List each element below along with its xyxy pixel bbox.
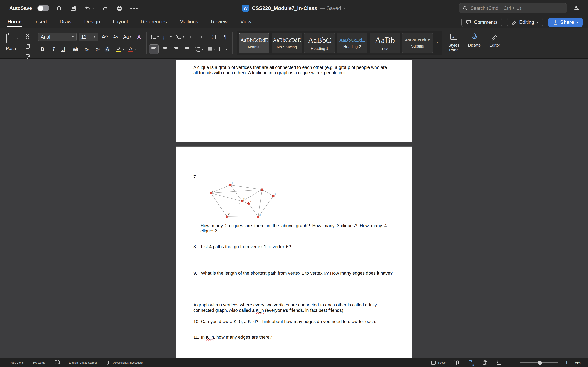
- borders-button[interactable]: [218, 45, 228, 54]
- tab-references[interactable]: References: [140, 17, 167, 27]
- zoom-out-button[interactable]: −: [510, 360, 513, 366]
- decrease-indent-button[interactable]: [187, 33, 196, 42]
- highlight-button[interactable]: [115, 45, 125, 54]
- share-icon: [553, 20, 558, 25]
- align-left-button[interactable]: [149, 45, 158, 54]
- quick-settings-button[interactable]: [572, 4, 581, 12]
- grow-font-button[interactable]: A^: [100, 33, 109, 42]
- bullet-list-chevron-icon: [157, 36, 159, 38]
- spellcheck-status-button[interactable]: [54, 360, 60, 365]
- tab-mailings[interactable]: Mailings: [179, 17, 199, 27]
- dictate-label: Dictate: [468, 43, 481, 48]
- item8-number: 8.: [193, 244, 201, 249]
- bold-icon: B: [41, 46, 45, 52]
- tab-home[interactable]: Home: [7, 17, 22, 27]
- print-button[interactable]: [115, 4, 124, 13]
- tab-design[interactable]: Design: [84, 17, 100, 27]
- style-preview: AaBb: [375, 35, 395, 45]
- bold-button[interactable]: B: [38, 45, 47, 54]
- show-paragraph-marks-button[interactable]: ¶: [221, 33, 229, 42]
- tab-layout[interactable]: Layout: [112, 17, 129, 27]
- editor-button[interactable]: Editor: [484, 28, 505, 58]
- superscript-button[interactable]: x²: [93, 45, 102, 54]
- paste-button[interactable]: Paste: [3, 31, 20, 52]
- redo-button[interactable]: [101, 4, 110, 13]
- style-no-spacing[interactable]: AaBbCcDdE No Spacing: [272, 33, 302, 53]
- save-icon: [70, 5, 77, 11]
- svg-text:4: 4: [228, 213, 229, 216]
- sliders-icon: [574, 5, 580, 11]
- shrink-font-button[interactable]: A˅: [111, 33, 120, 42]
- text-effects-button[interactable]: A: [104, 45, 113, 54]
- line-spacing-button[interactable]: [194, 45, 204, 54]
- align-right-button[interactable]: [172, 45, 181, 54]
- share-button[interactable]: Share: [548, 17, 583, 27]
- svg-text:A: A: [452, 35, 455, 39]
- zoom-percentage[interactable]: 95%: [575, 361, 581, 364]
- search-input[interactable]: Search (Cmd + Ctrl + U): [459, 3, 567, 13]
- language-status-button[interactable]: English (United States): [69, 361, 97, 364]
- editing-mode-button[interactable]: Editing: [507, 17, 543, 27]
- style-subtitle[interactable]: AaBbCcDdEe Subtitle: [402, 33, 433, 53]
- tab-review[interactable]: Review: [210, 17, 228, 27]
- increase-indent-button[interactable]: [199, 33, 208, 42]
- document-title: CSS220_Module7_In-Class: [252, 5, 317, 11]
- shading-button[interactable]: [206, 45, 216, 54]
- line-spacing-icon: [194, 46, 200, 52]
- save-button[interactable]: [69, 4, 78, 13]
- justify-icon: [184, 46, 190, 52]
- underline-button[interactable]: U: [60, 45, 69, 54]
- tab-view[interactable]: View: [240, 17, 252, 27]
- dictate-button[interactable]: Dictate: [464, 28, 484, 58]
- style-heading-2[interactable]: AaBbCcDdE Heading 2: [337, 33, 367, 53]
- zoom-slider[interactable]: [520, 362, 558, 363]
- style-normal[interactable]: AaBbCcDdE Normal: [239, 33, 269, 53]
- italic-button[interactable]: I: [49, 45, 58, 54]
- multilevel-list-button[interactable]: [175, 33, 185, 42]
- style-title[interactable]: AaBb Title: [370, 33, 400, 53]
- numbered-list-button[interactable]: 123: [162, 33, 173, 42]
- print-layout-button[interactable]: [467, 359, 474, 366]
- focus-mode-button[interactable]: Focus: [431, 360, 445, 365]
- autosave-toggle[interactable]: [37, 5, 49, 11]
- cut-button[interactable]: [23, 33, 32, 40]
- spellcheck-flagged-term: K_n: [206, 334, 214, 340]
- page-1[interactable]: A clique is a group of vertices that are…: [176, 60, 412, 142]
- sort-button[interactable]: AZ: [209, 33, 218, 42]
- font-color-button[interactable]: A: [127, 45, 137, 54]
- document-title-menu[interactable]: W CSS220_Module7_In-Class — Saved: [242, 0, 346, 16]
- home-button[interactable]: [54, 4, 63, 13]
- undo-button[interactable]: [83, 4, 95, 13]
- item11-number: 11.: [193, 334, 201, 340]
- page-2[interactable]: 7. 15362748 How many 2-cliques are there…: [176, 146, 412, 358]
- web-layout-button[interactable]: [481, 359, 489, 366]
- toggle-knob: [38, 6, 43, 11]
- align-center-button[interactable]: [160, 45, 169, 54]
- bullet-list-button[interactable]: [149, 33, 160, 42]
- outline-view-button[interactable]: [495, 359, 503, 366]
- more-commands-button[interactable]: [129, 6, 139, 10]
- strikethrough-button[interactable]: ab: [71, 45, 80, 54]
- word-count-status[interactable]: 507 words: [33, 361, 45, 364]
- increase-indent-icon: [200, 34, 206, 40]
- tab-insert[interactable]: Insert: [34, 17, 47, 27]
- read-mode-button[interactable]: [453, 359, 460, 366]
- subscript-button[interactable]: x₂: [82, 45, 91, 54]
- justify-button[interactable]: [182, 45, 191, 54]
- svg-text:6: 6: [275, 193, 276, 195]
- font-name-select[interactable]: Arial: [38, 33, 77, 41]
- zoom-in-button[interactable]: +: [565, 360, 568, 366]
- item7-number: 7.: [193, 174, 197, 180]
- change-case-button[interactable]: Aa: [122, 33, 132, 42]
- styles-gallery-more-button[interactable]: ›: [435, 33, 440, 53]
- page-count-status[interactable]: Page 2 of 5: [10, 361, 24, 364]
- accessibility-status-button[interactable]: Accessibility: Investigate: [106, 360, 143, 365]
- copy-button[interactable]: [23, 43, 32, 50]
- clear-formatting-button[interactable]: A: [135, 33, 144, 42]
- font-size-select[interactable]: 12: [79, 33, 98, 41]
- style-heading-1[interactable]: AaBbC Heading 1: [304, 33, 335, 53]
- styles-pane-button[interactable]: A Styles Pane: [444, 28, 464, 58]
- zoom-slider-thumb[interactable]: [538, 361, 542, 365]
- comments-button[interactable]: Comments: [461, 17, 502, 27]
- tab-draw[interactable]: Draw: [59, 17, 72, 27]
